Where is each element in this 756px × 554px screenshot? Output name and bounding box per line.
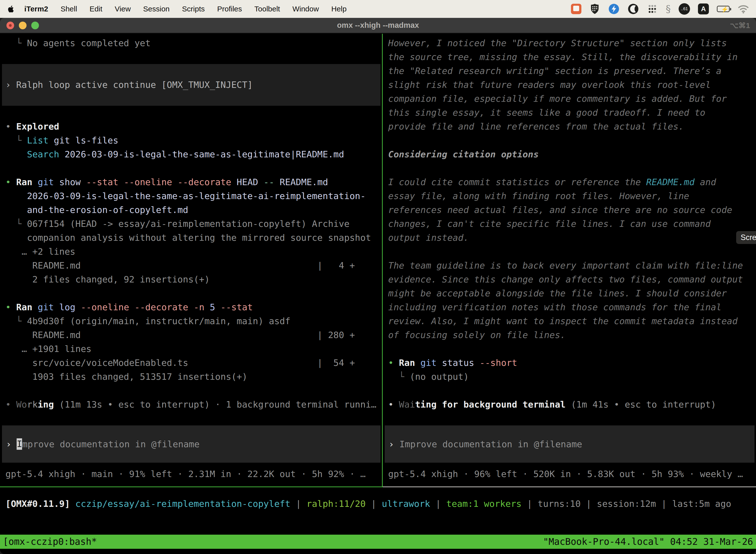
menu-item-help[interactable]: Help: [331, 5, 347, 13]
text-segment: However, I noticed the "Directory Struct…: [388, 38, 727, 48]
thinking-text: the "Related research writing" section i…: [383, 64, 756, 78]
text-segment: changes, I can't cite specific file line…: [388, 219, 711, 229]
thinking-text: of focusing solely on file lines.: [383, 328, 756, 342]
agent-pane-left[interactable]: └ No agents completed yet › Ralph loop a…: [0, 34, 382, 487]
moon-app-icon[interactable]: [628, 3, 639, 15]
minimize-button[interactable]: [19, 21, 26, 29]
zoom-button[interactable]: [31, 21, 39, 29]
explored-search: Search 2026-03-09-is-legal-the-same-as-l…: [0, 148, 382, 161]
text-segment: [188, 302, 194, 312]
charging-bolt-icon: ⚡: [721, 6, 729, 13]
prompt-text: Improve documentation in @filename: [399, 439, 582, 449]
text-segment: |: [430, 499, 446, 509]
input-source-icon[interactable]: A: [698, 3, 709, 14]
agent-pane-right[interactable]: However, I noticed the "Directory Struct…: [383, 34, 756, 487]
ran-git-status: • Ran git status --short: [383, 356, 756, 370]
thinking-text: including verification notes with those …: [383, 300, 756, 314]
omx-last-activity: last:5m ago: [672, 499, 731, 509]
terminal-line: [2, 92, 380, 106]
text-segment: git: [38, 177, 54, 187]
text-segment: └: [5, 219, 27, 229]
terminal-line: [383, 133, 756, 148]
text-segment: •: [388, 399, 399, 409]
text-segment: Ralph loop active continue [OMX_TMUX_INJ…: [16, 80, 253, 90]
commit-line-wrap: companion analysis without altering the …: [0, 231, 382, 245]
tmux-host-clock: "MacBook-Pro-44.local" 04:52 31-Mar-26: [543, 536, 753, 547]
thinking-text: references need actual files, and since …: [383, 203, 756, 217]
text-segment: (no output): [410, 372, 469, 382]
menu-item-toolbelt[interactable]: Toolbelt: [254, 5, 280, 13]
pane-bottom-border-active: [0, 487, 383, 487]
battery-icon[interactable]: ⚡: [717, 3, 730, 15]
text-segment: [129, 302, 135, 312]
tmux-session-window[interactable]: [omx-cczip0:bash*: [3, 536, 97, 547]
thinking-text: provide file and line references from th…: [383, 120, 756, 133]
text-segment: (11m 13s • esc to interrupt) · 1 backgro…: [54, 399, 376, 409]
text-segment: the "Related research writing" section i…: [388, 66, 721, 76]
text-segment: |: [291, 499, 307, 509]
text-segment: [415, 358, 421, 368]
text-segment: Search: [27, 149, 59, 159]
text-segment: status: [437, 358, 474, 368]
chat-app-icon[interactable]: [571, 4, 581, 14]
thinking-text: might be acceptable alongside the file l…: [383, 286, 756, 300]
diffstat-summary: 2 files changed, 92 insertions(+): [0, 273, 382, 286]
hook-app-icon[interactable]: §: [666, 3, 671, 15]
terminal-line: [0, 50, 382, 64]
text-segment: [75, 302, 81, 312]
text-segment: output instead.: [388, 233, 469, 243]
thinking-heading: Considering citation options: [383, 148, 756, 161]
battery-stat-badge-icon[interactable]: ..61: [679, 3, 690, 15]
text-segment: [70, 499, 75, 509]
window-title-bar[interactable]: omx --xhigh --madmax ⌥⌘1: [0, 18, 756, 33]
screen-share-overlay-button[interactable]: Scre: [736, 231, 756, 244]
text-segment: --decorate: [178, 177, 232, 187]
text-segment: 5: [204, 302, 215, 312]
text-segment: companion analysis without altering the …: [5, 233, 371, 243]
text-segment: rk: [27, 399, 38, 409]
prompt-input-left[interactable]: › Improve documentation in @filename: [2, 426, 380, 463]
text-segment: git: [38, 302, 54, 312]
text-segment: └: [388, 372, 410, 382]
text-segment: … +2 lines: [5, 246, 75, 257]
text-segment: 067f154 (HEAD -> essay/ai-reimplementati…: [27, 219, 350, 229]
text-segment: [474, 358, 480, 368]
menu-item-edit[interactable]: Edit: [89, 5, 103, 13]
text-segment: ting for background terminal: [415, 399, 566, 409]
text-segment: including verification notes with those …: [388, 302, 721, 312]
close-button[interactable]: [6, 21, 14, 29]
text-segment: |: [366, 499, 382, 509]
menu-item-iterm2[interactable]: iTerm2: [24, 5, 48, 13]
text-segment: No agents completed yet: [27, 38, 151, 48]
terminal-line: [2, 64, 380, 78]
dots-grid-icon[interactable]: [647, 3, 658, 15]
menu-item-view[interactable]: View: [115, 5, 131, 13]
agents-status-line: └ No agents completed yet: [0, 36, 382, 50]
menu-item-window[interactable]: Window: [293, 5, 319, 13]
omx-session-time: session:12m: [597, 499, 656, 509]
shield-app-icon[interactable]: [589, 3, 600, 15]
text-segment: README.md: [274, 177, 328, 187]
terminal-content: └ No agents completed yet › Ralph loop a…: [0, 34, 756, 554]
menu-item-profiles[interactable]: Profiles: [217, 5, 242, 13]
menu-item-scripts[interactable]: Scripts: [182, 5, 205, 13]
tmux-status-bar[interactable]: [omx-cczip0:bash* "MacBook-Pro-44.local"…: [0, 535, 756, 549]
text-segment: Explored: [16, 121, 59, 131]
apple-menu-icon[interactable]: [7, 4, 17, 14]
wifi-icon[interactable]: [738, 3, 749, 15]
menu-item-session[interactable]: Session: [143, 5, 170, 13]
thinking-text: the source tree, missing the essay. Stil…: [383, 50, 756, 64]
menu-item-shell[interactable]: Shell: [61, 5, 77, 13]
thinking-text: I could cite commit statistics or refere…: [383, 175, 756, 189]
text-segment: •: [5, 302, 16, 312]
prompt-input-right[interactable]: › Improve documentation in @filename: [385, 426, 755, 463]
text-segment: └: [5, 316, 27, 326]
explored-header: • Explored: [0, 120, 382, 133]
thinking-text: output instead.: [383, 231, 756, 245]
text-segment: I could cite commit statistics or refere…: [388, 177, 646, 187]
text-segment: --decorate: [134, 302, 188, 312]
text-segment: [172, 177, 178, 187]
text-segment: --short: [480, 358, 517, 368]
waiting-status: • Waiting for background terminal (1m 41…: [383, 398, 756, 411]
hexagon-bolt-app-icon[interactable]: [608, 3, 620, 15]
